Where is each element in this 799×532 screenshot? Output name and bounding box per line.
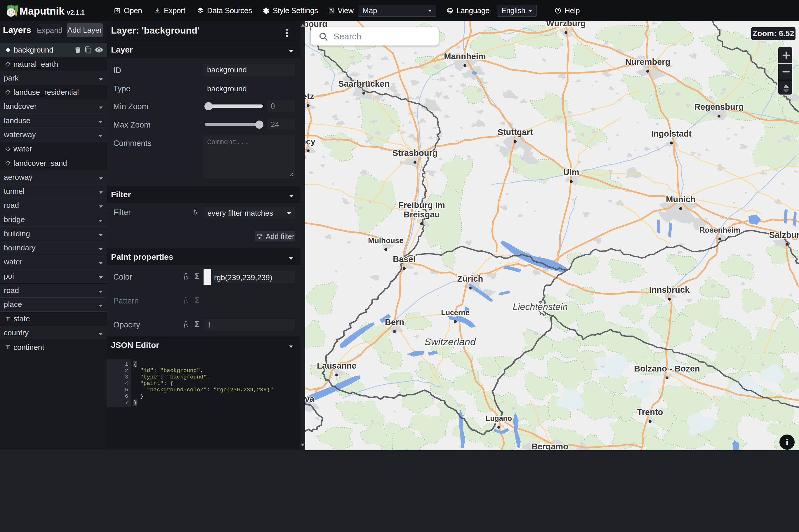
svg-text:Rosenheim: Rosenheim <box>700 226 740 234</box>
svg-text:etz: etz <box>305 92 314 101</box>
svg-text:Lausanne: Lausanne <box>317 361 356 370</box>
svg-text:Munich: Munich <box>666 195 695 204</box>
svg-text:Zurich: Zurich <box>457 274 483 283</box>
svg-text:eva: eva <box>305 394 315 404</box>
svg-text:Bolzano - Bozen: Bolzano - Bozen <box>634 364 700 373</box>
svg-text:ncy: ncy <box>305 137 315 146</box>
svg-text:Saarbrücken: Saarbrücken <box>338 79 390 89</box>
svg-text:Mulhouse: Mulhouse <box>368 236 403 245</box>
svg-text:Lugano: Lugano <box>486 414 512 422</box>
svg-text:Würzburg: Würzburg <box>546 21 586 28</box>
svg-text:Bern: Bern <box>385 318 404 327</box>
svg-text:Bergamo: Bergamo <box>532 442 568 450</box>
svg-text:Switzerland: Switzerland <box>424 336 476 347</box>
svg-text:Regensburg: Regensburg <box>694 102 744 112</box>
svg-text:Salzburg: Salzburg <box>769 230 799 240</box>
svg-text:Breisgau: Breisgau <box>404 210 440 219</box>
svg-text:Innsbruck: Innsbruck <box>649 285 690 294</box>
svg-text:Nuremberg: Nuremberg <box>625 57 670 66</box>
svg-text:Trento: Trento <box>637 407 663 417</box>
svg-text:Ingolstadt: Ingolstadt <box>651 129 692 138</box>
svg-text:Lucerne: Lucerne <box>441 308 469 317</box>
svg-text:Freiburg im: Freiburg im <box>398 201 445 210</box>
svg-text:Stuttgart: Stuttgart <box>498 128 533 137</box>
svg-text:Strasbourg: Strasbourg <box>392 148 438 157</box>
svg-text:Ulm: Ulm <box>563 168 579 177</box>
svg-text:Basel: Basel <box>393 254 415 264</box>
svg-text:Mannheim: Mannheim <box>444 52 486 61</box>
svg-text:Liechtenstein: Liechtenstein <box>513 302 568 312</box>
